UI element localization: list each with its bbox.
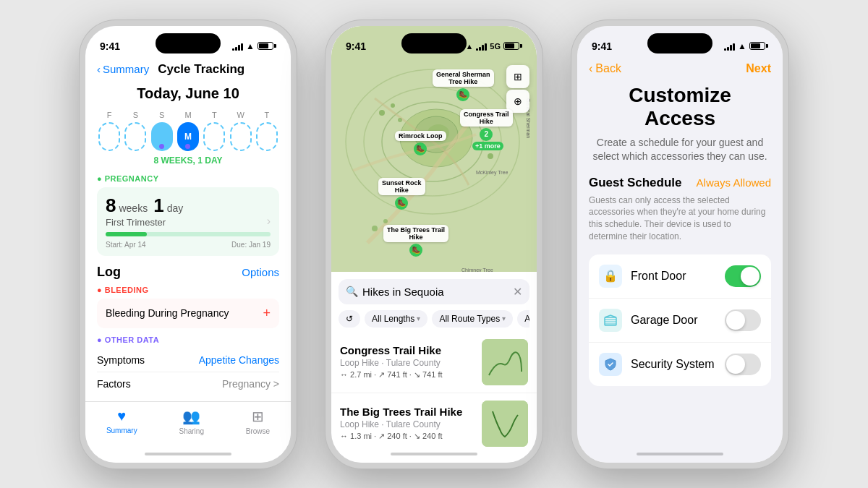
factors-row[interactable]: Factors Pregnancy > bbox=[97, 372, 279, 395]
chevron-left-icon: ‹ bbox=[97, 63, 101, 75]
options-button[interactable]: Options bbox=[242, 266, 279, 278]
bleeding-label: Bleeding During Pregnancy bbox=[106, 307, 229, 319]
battery-icon-3 bbox=[749, 42, 768, 50]
home-content: Guest Schedule Always Allowed Guests can… bbox=[577, 176, 783, 447]
accessory-garage-door[interactable]: Garage Door bbox=[589, 299, 771, 343]
pin-general-sherman[interactable]: General ShermanTree Hike 🥾 bbox=[433, 69, 494, 101]
pregnancy-days-label: day bbox=[167, 202, 184, 214]
home-indicator-3 bbox=[637, 453, 723, 455]
hike-item-congress[interactable]: Congress Trail Hike Loop Hike · Tulare C… bbox=[331, 332, 537, 393]
wifi-icon-3: ▲ bbox=[738, 41, 746, 51]
home-indicator-1 bbox=[145, 453, 231, 455]
battery-icon-2 bbox=[503, 42, 522, 50]
bleeding-add-icon[interactable]: + bbox=[263, 306, 271, 321]
home-subtitle: Create a schedule for your guest and sel… bbox=[592, 136, 768, 164]
network-label: 5G bbox=[490, 42, 501, 51]
guest-schedule-row: Guest Schedule Always Allowed bbox=[589, 176, 771, 190]
status-time-3: 9:41 bbox=[592, 40, 612, 52]
tab-browse-label: Browse bbox=[246, 427, 270, 435]
hike-name-2: The Big Trees Trail Hike bbox=[340, 406, 475, 418]
filter-elevation[interactable]: All Elev ▾ bbox=[517, 310, 529, 328]
dynamic-island-3 bbox=[647, 33, 712, 53]
security-system-toggle[interactable] bbox=[725, 354, 761, 375]
health-content: Today, June 10 F S S M bbox=[85, 82, 291, 401]
svg-point-12 bbox=[372, 226, 378, 231]
accessory-front-door[interactable]: 🔒 Front Door bbox=[589, 254, 771, 299]
status-icons-1: ▲ bbox=[232, 41, 276, 51]
log-title: Log bbox=[97, 265, 121, 280]
lock-icon: 🔒 bbox=[599, 265, 622, 288]
hike-stats-2: ↔ 1.3 mi · ↗ 240 ft · ↘ 240 ft bbox=[340, 432, 475, 441]
pin-rimrock[interactable]: Rimrock Loop 🥾 bbox=[395, 131, 446, 155]
tab-browse[interactable]: ⊞ Browse bbox=[246, 408, 270, 435]
hike-item-big-trees[interactable]: The Big Trees Trail Hike Loop Hike · Tul… bbox=[331, 393, 537, 447]
schedule-description: Guests can only access the selected acce… bbox=[589, 194, 771, 243]
guest-schedule-value[interactable]: Always Allowed bbox=[697, 176, 771, 189]
shield-icon bbox=[599, 353, 622, 376]
health-nav: ‹ Summary Cycle Tracking bbox=[85, 61, 291, 82]
chevron-down-icon-2: ▾ bbox=[502, 314, 506, 322]
svg-text:McKinley Tree: McKinley Tree bbox=[476, 170, 508, 176]
svg-point-7 bbox=[379, 110, 385, 116]
nav-title-health: Cycle Tracking bbox=[158, 62, 244, 77]
back-button-home[interactable]: ‹ Back bbox=[589, 62, 621, 75]
accessory-security-system[interactable]: Security System bbox=[589, 343, 771, 386]
back-button-health[interactable]: ‹ Summary bbox=[97, 63, 149, 75]
search-bar[interactable]: 🔍 Hikes in Sequoia ✕ bbox=[339, 279, 529, 304]
battery-icon-1 bbox=[258, 42, 276, 50]
security-system-label: Security System bbox=[631, 358, 716, 371]
home-nav: ‹ Back Next bbox=[577, 61, 783, 84]
home-indicator-2 bbox=[391, 453, 477, 455]
garage-icon bbox=[599, 309, 622, 332]
week-day-s1: S bbox=[123, 111, 148, 151]
pregnancy-dates: Start: Apr 14 Due: Jan 19 bbox=[106, 241, 271, 249]
svg-point-10 bbox=[488, 153, 493, 159]
status-icons-3: ▲ bbox=[724, 41, 768, 51]
clear-search-button[interactable]: ✕ bbox=[513, 285, 522, 299]
pin-big-trees[interactable]: The Big Trees TrailHike 🥾 bbox=[383, 225, 448, 257]
pregnancy-card[interactable]: 8 weeks 1 day First Trimester Start: Apr… bbox=[97, 187, 279, 256]
svg-point-13 bbox=[383, 219, 388, 223]
garage-door-toggle[interactable] bbox=[725, 309, 761, 331]
tab-sharing[interactable]: 👥 Sharing bbox=[179, 408, 203, 435]
hike-list: Congress Trail Hike Loop Hike · Tulare C… bbox=[331, 332, 537, 447]
symptoms-value: Appetite Changes bbox=[199, 354, 279, 366]
next-button-home[interactable]: Next bbox=[746, 62, 771, 75]
pin-sunset-rock[interactable]: Sunset RockHike 🥾 bbox=[378, 178, 425, 210]
hike-name-1: Congress Trail Hike bbox=[340, 344, 475, 356]
status-icons-2: ▲ 5G bbox=[465, 42, 522, 51]
accessory-list: 🔒 Front Door bbox=[589, 254, 771, 386]
phone-health: 9:41 ▲ ‹ Summary Cycle T bbox=[80, 20, 297, 468]
search-text: Hikes in Sequoia bbox=[362, 286, 509, 298]
weeks-label: 8 WEEKS, 1 DAY bbox=[97, 155, 279, 166]
wifi-icon-1: ▲ bbox=[246, 41, 255, 51]
filter-refresh[interactable]: ↺ bbox=[339, 310, 360, 328]
browse-icon: ⊞ bbox=[252, 408, 264, 425]
symptoms-key: Symptoms bbox=[97, 354, 145, 366]
symptoms-row[interactable]: Symptoms Appetite Changes bbox=[97, 348, 279, 372]
heart-icon: ♥ bbox=[117, 408, 126, 424]
search-icon: 🔍 bbox=[346, 286, 358, 297]
log-header: Log Options bbox=[97, 265, 279, 280]
dynamic-island-2 bbox=[401, 33, 467, 53]
filter-route-types[interactable]: All Route Types ▾ bbox=[432, 310, 513, 328]
pregnancy-progress bbox=[106, 232, 271, 236]
filter-lengths[interactable]: All Lengths ▾ bbox=[365, 310, 427, 328]
bleeding-row[interactable]: Bleeding During Pregnancy + bbox=[97, 299, 279, 328]
signal-icon-3 bbox=[724, 42, 735, 51]
pin-congress-trail[interactable]: Congress TrailHike 2 bbox=[460, 109, 513, 141]
svg-rect-18 bbox=[482, 401, 528, 447]
signal-icon-2 bbox=[476, 42, 487, 51]
front-door-toggle[interactable] bbox=[725, 265, 761, 287]
map-type-button[interactable]: ⊞ bbox=[506, 65, 529, 88]
map-view[interactable]: McKinley Tree Chimney Tree General Sherm… bbox=[331, 26, 537, 272]
svg-point-8 bbox=[391, 103, 395, 108]
detail-arrow-icon: › bbox=[267, 215, 271, 228]
tab-summary[interactable]: ♥ Summary bbox=[106, 408, 137, 435]
guest-schedule-label: Guest Schedule bbox=[589, 176, 681, 190]
tab-summary-label: Summary bbox=[106, 427, 137, 435]
week-day-w: W bbox=[229, 111, 253, 151]
week-day-s2: S bbox=[150, 111, 174, 151]
pin-more[interactable]: +1 more bbox=[472, 142, 503, 150]
map-controls: ⊞ ⊕ bbox=[506, 65, 529, 113]
